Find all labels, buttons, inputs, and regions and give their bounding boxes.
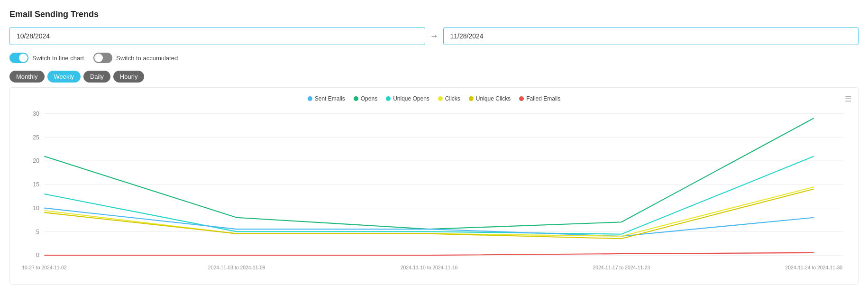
line-chart-toggle-group: Switch to line chart bbox=[9, 53, 84, 63]
svg-text:15: 15 bbox=[33, 181, 39, 188]
legend-label-failed-emails: Failed Emails bbox=[526, 95, 560, 102]
legend-dot-unique-clicks bbox=[469, 96, 474, 101]
svg-text:20: 20 bbox=[33, 157, 39, 164]
legend-opens: Opens bbox=[354, 95, 377, 102]
svg-text:2024-11-10 to 2024-11-16: 2024-11-10 to 2024-11-16 bbox=[401, 265, 458, 270]
weekly-button[interactable]: Weekly bbox=[47, 71, 81, 83]
svg-text:30: 30 bbox=[33, 111, 39, 117]
legend-clicks: Clicks bbox=[438, 95, 460, 102]
accumulated-toggle-group: Switch to accumulated bbox=[93, 53, 178, 63]
line-chart-svg: 30 25 20 15 10 5 0 10-27 to 2024-11-02 2… bbox=[15, 109, 853, 279]
legend-dot-opens bbox=[354, 96, 358, 101]
svg-text:2024-11-24 to 2024-11-30: 2024-11-24 to 2024-11-30 bbox=[785, 265, 842, 270]
legend-sent-emails: Sent Emails bbox=[308, 95, 345, 102]
svg-text:10-27 to 2024-11-02: 10-27 to 2024-11-02 bbox=[22, 265, 66, 270]
end-date-input[interactable] bbox=[443, 27, 859, 45]
failed-emails-line bbox=[44, 253, 813, 255]
hourly-button[interactable]: Hourly bbox=[113, 71, 145, 83]
controls-row: Switch to line chart Switch to accumulat… bbox=[9, 53, 859, 63]
chart-area: 30 25 20 15 10 5 0 10-27 to 2024-11-02 2… bbox=[15, 109, 853, 279]
monthly-button[interactable]: Monthly bbox=[9, 71, 45, 83]
legend-label-sent-emails: Sent Emails bbox=[315, 95, 345, 102]
start-date-input[interactable] bbox=[9, 27, 425, 45]
svg-text:2024-11-17 to 2024-11-23: 2024-11-17 to 2024-11-23 bbox=[593, 265, 650, 270]
legend-dot-unique-opens bbox=[386, 96, 391, 101]
arrow-icon: → bbox=[430, 31, 439, 41]
legend-unique-clicks: Unique Clicks bbox=[469, 95, 511, 102]
legend-label-clicks: Clicks bbox=[445, 95, 460, 102]
svg-text:10: 10 bbox=[33, 205, 39, 212]
legend-dot-clicks bbox=[438, 96, 443, 101]
svg-text:25: 25 bbox=[33, 134, 39, 140]
svg-text:5: 5 bbox=[36, 229, 39, 235]
legend-unique-opens: Unique Opens bbox=[386, 95, 429, 102]
hamburger-icon[interactable]: ☰ bbox=[845, 94, 851, 103]
accumulated-toggle-label: Switch to accumulated bbox=[116, 55, 178, 62]
daily-button[interactable]: Daily bbox=[83, 71, 110, 83]
legend-dot-sent-emails bbox=[308, 96, 312, 101]
line-chart-toggle[interactable] bbox=[9, 53, 28, 63]
line-chart-toggle-label: Switch to line chart bbox=[32, 55, 84, 62]
legend-label-unique-clicks: Unique Clicks bbox=[476, 95, 511, 102]
period-buttons: Monthly Weekly Daily Hourly bbox=[9, 71, 859, 83]
legend-label-opens: Opens bbox=[361, 95, 377, 102]
opens-line bbox=[44, 118, 813, 229]
page-title: Email Sending Trends bbox=[9, 9, 859, 19]
legend-label-unique-opens: Unique Opens bbox=[393, 95, 429, 102]
accumulated-toggle[interactable] bbox=[93, 53, 112, 63]
chart-legend: Sent Emails Opens Unique Opens Clicks Un… bbox=[15, 95, 853, 102]
legend-failed-emails: Failed Emails bbox=[519, 95, 560, 102]
svg-text:2024-11-03 to 2024-11-09: 2024-11-03 to 2024-11-09 bbox=[208, 265, 265, 270]
chart-container: ☰ Sent Emails Opens Unique Opens Clicks … bbox=[9, 87, 859, 285]
unique-opens-line bbox=[44, 157, 813, 234]
svg-text:0: 0 bbox=[36, 252, 39, 258]
legend-dot-failed-emails bbox=[519, 96, 524, 101]
date-range-row: → bbox=[9, 27, 859, 45]
